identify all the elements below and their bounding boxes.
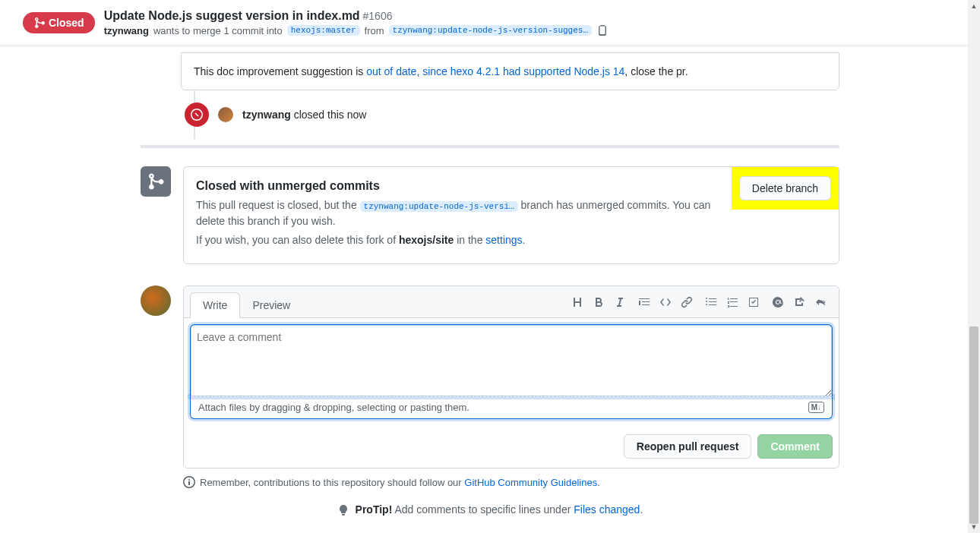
tab-write[interactable]: Write [190, 292, 240, 318]
guidelines-link[interactable]: GitHub Community Guidelines [464, 477, 597, 488]
header-content: Update Node.js suggest version in index.… [104, 9, 609, 36]
merge-status-desc-2: If you wish, you can also delete this fo… [196, 232, 719, 248]
base-branch[interactable]: hexojs:master [287, 25, 360, 36]
reply-icon[interactable] [814, 296, 827, 308]
quote-icon[interactable] [638, 296, 650, 308]
form-actions: Reopen pull request Comment [184, 425, 839, 468]
files-changed-link[interactable]: Files changed [574, 503, 640, 516]
settings-link[interactable]: settings [485, 234, 522, 246]
head-branch[interactable]: tzynwang:update-node-js-version-sugges… [389, 25, 592, 36]
merge-line: tzynwang wants to merge 1 commit into he… [104, 24, 609, 36]
closed-branch-ref[interactable]: tzynwang:update-node-js-versi… [360, 201, 518, 212]
closed-event-icon [185, 102, 209, 127]
tab-header: Write Preview [184, 286, 839, 318]
protip: ProTip! Add comments to specific lines u… [141, 496, 839, 524]
merge-status-desc-1: This pull request is closed, but the tzy… [196, 197, 719, 229]
delete-branch-button[interactable]: Delete branch [739, 176, 831, 200]
delete-branch-highlight: Delete branch [732, 167, 839, 210]
scrollbar-thumb[interactable] [969, 326, 978, 524]
bold-icon[interactable] [593, 296, 605, 308]
unordered-list-icon[interactable] [705, 296, 717, 308]
scrollbar[interactable]: ▲ ▼ [968, 0, 980, 524]
lightbulb-icon [337, 504, 349, 516]
comment-form: Write Preview [183, 285, 839, 468]
comment-button[interactable]: Comment [757, 434, 833, 459]
actor-link[interactable]: tzynwang [242, 109, 291, 121]
mention-icon[interactable] [772, 296, 784, 308]
state-label: Closed [49, 17, 84, 29]
cross-reference-icon[interactable] [793, 296, 805, 308]
merge-status-icon [141, 166, 171, 197]
contribution-note: Remember, contributions to this reposito… [141, 468, 839, 496]
code-icon[interactable] [659, 296, 672, 308]
pr-title: Update Node.js suggest version in index.… [104, 9, 360, 22]
markdown-icon[interactable]: M↓ [808, 402, 824, 413]
state-badge: Closed [23, 12, 95, 33]
closed-event: tzynwang closed this now [141, 90, 839, 139]
closed-event-text: tzynwang closed this now [242, 109, 366, 121]
previous-comment: This doc improvement suggestion is out o… [181, 52, 839, 90]
clipboard-icon[interactable] [596, 24, 609, 36]
ordered-list-icon[interactable] [726, 296, 738, 308]
attach-hint[interactable]: Attach files by dragging & dropping, sel… [190, 396, 833, 419]
current-user-avatar[interactable] [141, 285, 171, 316]
pr-header: Closed Update Node.js suggest version in… [0, 0, 980, 46]
main-content: This doc improvement suggestion is out o… [141, 46, 839, 524]
scroll-down-arrow[interactable]: ▼ [968, 521, 980, 524]
pr-number: #1606 [363, 10, 393, 22]
info-icon [183, 476, 195, 488]
issue-link[interactable]: out of date, since hexo 4.2.1 had suppor… [366, 65, 624, 77]
scroll-up-arrow[interactable]: ▲ [968, 0, 980, 12]
markdown-toolbar [571, 296, 833, 314]
link-icon[interactable] [681, 296, 693, 308]
merge-status-box: Closed with unmerged commits This pull r… [183, 166, 839, 264]
comment-form-area: Write Preview [141, 285, 839, 468]
tab-preview[interactable]: Preview [240, 293, 302, 317]
italic-icon[interactable] [614, 296, 626, 308]
merge-status-area: Closed with unmerged commits This pull r… [141, 166, 839, 264]
tasklist-icon[interactable] [748, 296, 760, 308]
pr-title-line: Update Node.js suggest version in index.… [104, 9, 609, 23]
author-link[interactable]: tzynwang [104, 25, 149, 36]
comment-textarea[interactable] [190, 324, 833, 397]
actor-avatar[interactable] [218, 107, 233, 122]
merge-status-title: Closed with unmerged commits [196, 179, 719, 193]
heading-icon[interactable] [571, 296, 583, 308]
reopen-button[interactable]: Reopen pull request [624, 434, 752, 459]
timeline-divider [141, 145, 839, 148]
git-pull-request-icon [33, 17, 46, 29]
